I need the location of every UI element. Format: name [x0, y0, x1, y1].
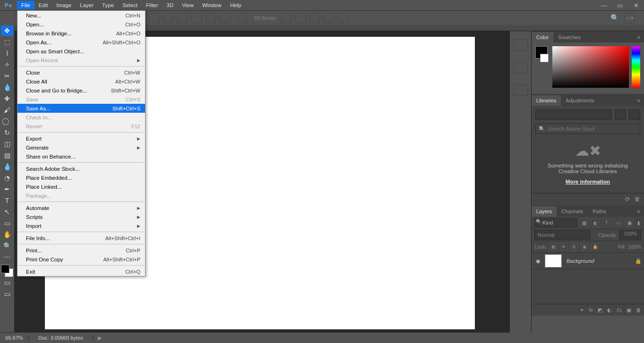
tool-zoom[interactable]: 🔍 — [1, 241, 13, 251]
file-menu-open-as-smart-object[interactable]: Open as Smart Object... — [17, 47, 145, 56]
filter-adjust-icon[interactable]: ◐ — [591, 218, 600, 227]
3d-orbit-icon[interactable] — [281, 13, 292, 23]
status-zoom[interactable]: 66.67% — [0, 335, 29, 341]
tab-layers[interactable]: Layers — [532, 206, 557, 217]
file-menu-place-embedded[interactable]: Place Embedded... — [17, 173, 145, 182]
tool-path-select[interactable]: ↖ — [1, 207, 13, 217]
search-icon[interactable]: 🔍 — [610, 14, 619, 22]
tool-healing[interactable]: ✚ — [1, 93, 13, 104]
tool-blur[interactable]: 💧 — [1, 161, 13, 172]
file-menu-close-all[interactable]: Close AllAlt+Ctrl+W — [17, 77, 145, 86]
library-more-info-link[interactable]: More information — [566, 179, 610, 184]
layer-row[interactable]: ◉ Background 🔒 — [532, 253, 644, 269]
history-icon[interactable] — [514, 39, 528, 50]
menu-type[interactable]: Type — [98, 1, 118, 9]
adjustment-icon[interactable]: ◐ — [607, 307, 612, 313]
file-menu-import[interactable]: Import▶ — [17, 221, 145, 230]
hue-slider[interactable] — [632, 46, 640, 88]
dist-top-icon[interactable] — [149, 13, 159, 23]
library-view-grid[interactable] — [615, 109, 626, 120]
tool-more[interactable]: ⋯ — [1, 252, 13, 262]
close-button[interactable]: ✕ — [628, 2, 644, 9]
tool-dodge[interactable]: ◔ — [1, 173, 13, 183]
tool-type[interactable]: T — [1, 195, 13, 206]
tool-clone[interactable]: ⃝ — [1, 116, 13, 126]
file-menu-close[interactable]: CloseCtrl+W — [17, 68, 145, 77]
tool-brush[interactable]: 🖌 — [1, 105, 13, 115]
mask-icon[interactable]: ◩ — [598, 307, 602, 313]
file-menu-automate[interactable]: Automate▶ — [17, 203, 145, 212]
layer-name[interactable]: Background — [567, 258, 633, 264]
tool-history-brush[interactable]: ↻ — [1, 127, 13, 138]
file-menu-close-and-go-to-bridge[interactable]: Close and Go to Bridge...Shift+Ctrl+W — [17, 86, 145, 95]
file-menu-save-as[interactable]: Save As...Shift+Ctrl+S — [17, 104, 145, 113]
file-menu-print[interactable]: Print...Ctrl+P — [17, 246, 145, 255]
menu-select[interactable]: Select — [118, 1, 142, 9]
tab-paths[interactable]: Paths — [588, 206, 611, 217]
library-search[interactable]: 🔍 Search Adobe Stock — [535, 124, 640, 134]
tool-quick-mask[interactable]: ▭ — [1, 277, 13, 288]
color-field[interactable] — [552, 46, 629, 88]
tool-crop[interactable]: ✂ — [1, 71, 13, 81]
file-menu-exit[interactable]: ExitCtrl+Q — [17, 267, 145, 276]
menu-help[interactable]: Help — [226, 1, 246, 9]
layer-filter-kind[interactable]: Kind — [534, 218, 577, 227]
menu-view[interactable]: View — [178, 1, 198, 9]
file-menu-scripts[interactable]: Scripts▶ — [17, 212, 145, 221]
dist-bottom-icon[interactable] — [177, 13, 188, 23]
layer-thumbnail[interactable] — [545, 254, 562, 268]
file-menu-new[interactable]: New...Ctrl+N — [17, 11, 145, 20]
tool-marquee[interactable]: ⬚ — [1, 37, 13, 47]
file-menu-file-info[interactable]: File Info...Alt+Shift+Ctrl+I — [17, 234, 145, 243]
layer-visibility-icon[interactable]: ◉ — [532, 258, 545, 264]
file-menu-print-one-copy[interactable]: Print One CopyAlt+Shift+Ctrl+P — [17, 255, 145, 264]
status-doc[interactable]: Doc: 3.00M/0 bytes — [29, 335, 93, 341]
library-trash-icon[interactable]: 🗑 — [635, 196, 640, 202]
menu-window[interactable]: Window — [198, 1, 226, 9]
lock-pixels-icon[interactable]: ▩ — [550, 243, 557, 251]
dist-vc-icon[interactable] — [163, 13, 173, 23]
color-panel-menu-icon[interactable]: ≡ — [634, 32, 644, 42]
tab-libraries[interactable]: Libraries — [532, 95, 561, 106]
dist-left-icon[interactable] — [191, 13, 202, 23]
lock-artboard-icon[interactable]: ⊞ — [570, 243, 578, 251]
tool-eraser[interactable]: ◫ — [1, 139, 13, 149]
auto-align-icon[interactable] — [237, 13, 247, 23]
file-menu-share-on-behance[interactable]: Share on Behance... — [17, 152, 145, 161]
file-menu-browse-in-bridge[interactable]: Browse in Bridge...Alt+Ctrl+O — [17, 29, 145, 38]
character-icon[interactable] — [514, 84, 528, 96]
new-layer-icon[interactable]: ▣ — [627, 307, 631, 313]
filter-smart-icon[interactable]: ▣ — [625, 218, 634, 227]
file-menu-export[interactable]: Export▶ — [17, 134, 145, 143]
tab-channels[interactable]: Channels — [557, 206, 588, 217]
filter-toggle[interactable]: ▮ — [636, 219, 641, 226]
3d-slide-icon[interactable] — [324, 13, 334, 23]
library-view-list[interactable] — [629, 109, 640, 120]
fill-value[interactable]: 100% — [628, 244, 641, 250]
file-menu-search-adobe-stock[interactable]: Search Adobe Stock... — [17, 164, 145, 173]
menu-layer[interactable]: Layer — [76, 1, 98, 9]
file-menu-open-as[interactable]: Open As...Alt+Shift+Ctrl+O — [17, 38, 145, 47]
tool-move[interactable]: ✥ — [1, 25, 13, 36]
maximize-button[interactable]: ▭ — [612, 2, 628, 9]
group-icon[interactable]: 🗀 — [617, 307, 622, 313]
menu-edit[interactable]: Edit — [34, 1, 52, 9]
tool-pen[interactable]: ✒ — [1, 184, 13, 194]
workspace-switcher[interactable]: ▭▾ — [624, 13, 635, 23]
tool-screen-mode[interactable]: ▭ — [1, 289, 13, 299]
dist-right-icon[interactable] — [220, 13, 230, 23]
file-menu-generate[interactable]: Generate▶ — [17, 143, 145, 152]
filter-type-icon[interactable]: T — [602, 218, 611, 227]
file-menu-place-linked[interactable]: Place Linked... — [17, 182, 145, 191]
lock-all-icon[interactable]: 🔒 — [591, 243, 599, 251]
library-sync-icon[interactable]: ⟳ — [625, 196, 630, 202]
menu-image[interactable]: Image — [52, 1, 76, 9]
minimize-button[interactable]: — — [596, 2, 612, 9]
status-arrow-icon[interactable]: ▶ — [93, 335, 106, 341]
delete-layer-icon[interactable]: 🗑 — [636, 307, 641, 313]
lock-position-icon[interactable]: ✥ — [560, 243, 567, 251]
library-dropdown[interactable] — [535, 109, 612, 120]
tool-rectangle[interactable]: ▭ — [1, 218, 13, 228]
properties-icon[interactable] — [514, 62, 528, 73]
background-swatch[interactable] — [540, 54, 549, 62]
